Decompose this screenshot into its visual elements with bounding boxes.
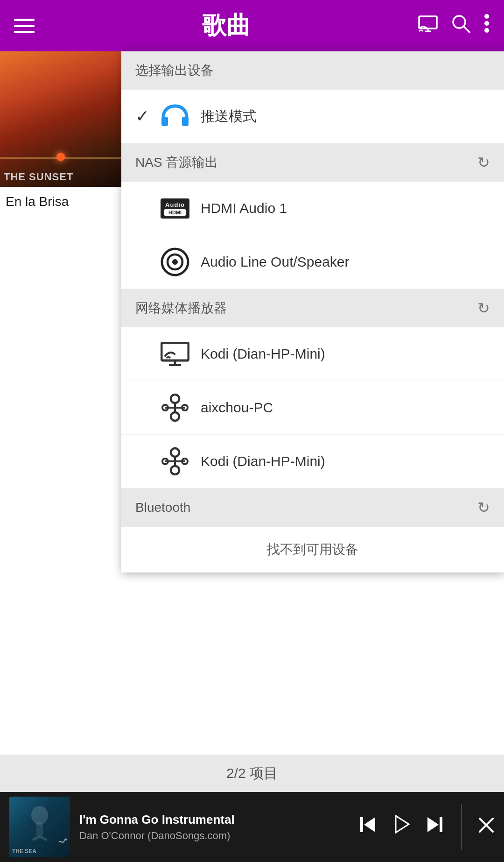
play-button[interactable]	[389, 812, 413, 842]
check-icon: ✓	[135, 106, 149, 126]
aixchou-label: aixchou-PC	[201, 400, 273, 416]
dropdown-header: 选择输出设备	[121, 51, 504, 90]
player-divider	[461, 804, 462, 850]
speaker-icon	[159, 246, 191, 278]
page-title: 歌曲	[35, 9, 418, 42]
svg-rect-8	[161, 117, 168, 126]
kodi-2-item[interactable]: Kodi (Dian-HP-Mini)	[121, 435, 504, 488]
bluetooth-header-label: Bluetooth	[135, 500, 190, 515]
bluetooth-refresh-button[interactable]: ↻	[477, 499, 490, 516]
svg-point-5	[484, 14, 489, 19]
hdmi-audio-label: HDMI Audio 1	[201, 200, 287, 216]
network-header-label: 网络媒体播放器	[135, 299, 227, 317]
player-album-art: THE SEA	[9, 797, 70, 857]
svg-rect-34	[360, 817, 363, 832]
menu-button[interactable]	[14, 19, 35, 33]
svg-point-6	[484, 21, 489, 26]
svg-line-31	[40, 836, 47, 840]
player-song-title: I'm Gonna Go Instrumental	[79, 813, 348, 827]
hdmi-icon: Audio HDMI	[159, 192, 191, 225]
nas-header-label: NAS 音源输出	[135, 154, 218, 171]
svg-marker-35	[396, 816, 409, 833]
cast-button[interactable]	[418, 14, 438, 37]
network-section-header: 网络媒体播放器 ↻	[121, 289, 504, 327]
svg-line-30	[33, 836, 40, 840]
svg-marker-33	[364, 817, 375, 832]
network-refresh-button[interactable]: ↻	[477, 299, 490, 317]
no-device-message: 找不到可用设备	[121, 527, 504, 572]
status-text: 2/2 项目	[226, 764, 278, 783]
prev-button[interactable]	[357, 814, 378, 840]
player-info: I'm Gonna Go Instrumental Dan O'Connor (…	[70, 813, 357, 842]
svg-point-28	[31, 806, 48, 825]
album-label: THE SUNSET	[4, 171, 73, 183]
search-button[interactable]	[451, 14, 470, 38]
dropdown-header-label: 选择输出设备	[135, 62, 214, 79]
status-bar: 2/2 项目	[0, 755, 504, 792]
no-device-label: 找不到可用设备	[267, 542, 358, 557]
bluetooth-section-header: Bluetooth ↻	[121, 488, 504, 527]
close-player-button[interactable]	[478, 817, 495, 838]
main-content: THE SUNSET En la Brisa 选择输出设备 ✓ 推送模式 NAS…	[0, 51, 504, 755]
kodi-1-label: Kodi (Dian-HP-Mini)	[201, 346, 325, 362]
kodi-2-label: Kodi (Dian-HP-Mini)	[201, 453, 325, 469]
audio-line-out-item[interactable]: Audio Line Out/Speaker	[121, 235, 504, 289]
audio-line-out-label: Audio Line Out/Speaker	[201, 254, 350, 270]
svg-rect-29	[36, 822, 43, 836]
svg-line-4	[463, 26, 469, 32]
headphones-icon	[159, 100, 191, 133]
push-mode-item[interactable]: ✓ 推送模式	[121, 90, 504, 143]
next-button[interactable]	[425, 814, 445, 840]
push-mode-label: 推送模式	[201, 107, 257, 126]
player-bar: THE SEA I'm Gonna Go Instrumental Dan O'…	[0, 792, 504, 862]
output-device-dropdown: 选择输出设备 ✓ 推送模式 NAS 音源输出 ↻ Audio	[121, 51, 504, 572]
aixchou-item[interactable]: aixchou-PC	[121, 381, 504, 435]
more-button[interactable]	[483, 14, 490, 38]
nas-section-header: NAS 音源输出 ↻	[121, 143, 504, 182]
song-title: En la Brisa	[0, 187, 121, 217]
svg-point-12	[172, 259, 178, 265]
svg-point-7	[484, 28, 489, 33]
hdmi-audio-item[interactable]: Audio HDMI HDMI Audio 1	[121, 182, 504, 235]
player-controls	[357, 804, 495, 850]
album-art: THE SUNSET	[0, 51, 121, 187]
network-device-icon-2	[159, 445, 191, 478]
svg-marker-36	[427, 817, 439, 832]
svg-rect-13	[161, 343, 189, 360]
svg-rect-37	[440, 817, 442, 832]
svg-point-23	[171, 466, 179, 474]
top-bar: 歌曲	[0, 0, 504, 51]
svg-point-16	[171, 395, 179, 403]
svg-point-17	[171, 412, 179, 421]
svg-rect-9	[182, 117, 189, 126]
player-album-label: THE SEA	[12, 848, 36, 855]
network-device-icon-1	[159, 391, 191, 424]
song-card: THE SUNSET En la Brisa	[0, 51, 121, 755]
cast-screen-icon	[159, 338, 191, 370]
svg-point-22	[171, 448, 179, 457]
player-artist: Dan O'Connor (DanoSongs.com)	[79, 830, 348, 842]
top-bar-icons	[418, 14, 490, 38]
kodi-1-item[interactable]: Kodi (Dian-HP-Mini)	[121, 327, 504, 381]
nas-refresh-button[interactable]: ↻	[477, 154, 490, 171]
